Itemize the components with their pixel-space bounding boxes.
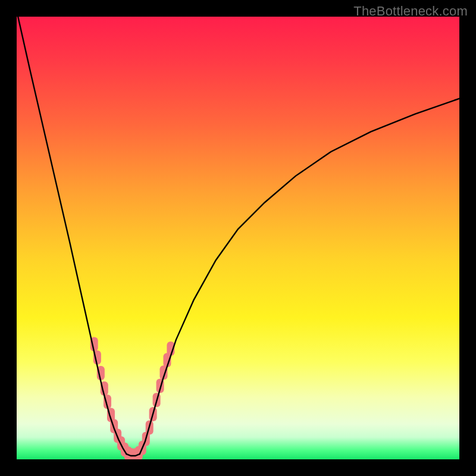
chart-svg <box>17 17 459 459</box>
curve-right <box>140 99 459 454</box>
curve-left <box>18 17 126 454</box>
chart-frame: TheBottleneck.com <box>0 0 476 476</box>
plot-area <box>17 17 459 459</box>
marker-layer <box>90 337 175 459</box>
